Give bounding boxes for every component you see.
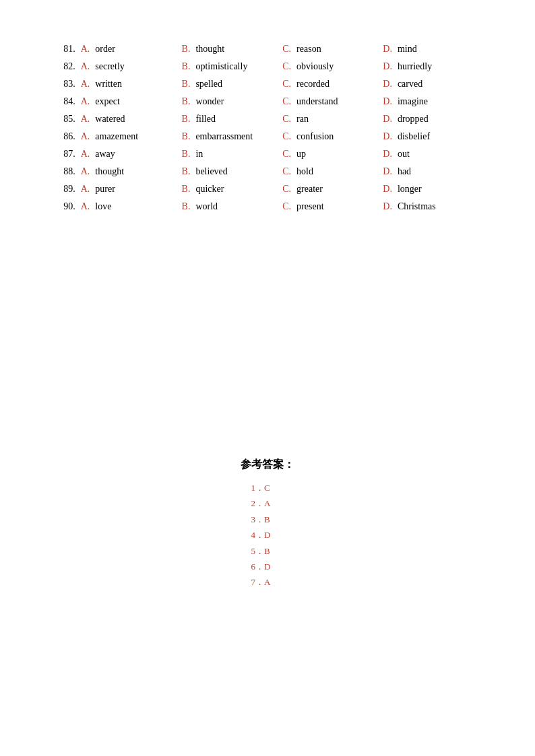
option-letter-87-3: D. xyxy=(380,145,395,163)
option-word-90-0: love xyxy=(92,198,179,215)
option-letter-83-2: C. xyxy=(280,75,294,93)
option-word-82-0: secretly xyxy=(92,58,179,75)
option-word-88-2: hold xyxy=(294,163,380,180)
option-word-85-0: watered xyxy=(92,110,179,128)
option-word-82-3: hurriedly xyxy=(395,58,481,75)
option-word-87-0: away xyxy=(92,145,179,163)
option-word-83-3: carved xyxy=(395,75,481,93)
answer-item: 7．A xyxy=(251,574,271,590)
answer-item: 3．B xyxy=(251,512,271,527)
option-word-89-3: longer xyxy=(395,180,481,198)
option-letter-85-2: C. xyxy=(280,110,294,128)
option-letter-87-1: B. xyxy=(179,145,193,163)
option-word-84-3: imagine xyxy=(395,93,481,110)
question-number-83: 83. xyxy=(54,75,78,93)
option-word-84-0: expect xyxy=(92,93,179,110)
option-word-86-1: embarrassment xyxy=(193,128,280,145)
option-word-84-2: understand xyxy=(294,93,380,110)
option-word-87-3: out xyxy=(395,145,481,163)
option-word-82-2: obviously xyxy=(294,58,380,75)
option-letter-86-3: D. xyxy=(380,128,395,145)
option-letter-87-0: A. xyxy=(78,145,93,163)
option-letter-84-1: B. xyxy=(179,93,193,110)
option-letter-88-2: C. xyxy=(280,163,294,180)
option-letter-83-0: A. xyxy=(78,75,93,93)
questions-table: 81.A.orderB.thoughtC.reasonD.mind82.A.se… xyxy=(54,40,481,215)
option-word-86-0: amazement xyxy=(92,128,179,145)
option-letter-90-0: A. xyxy=(78,198,93,215)
option-letter-86-2: C. xyxy=(280,128,294,145)
question-number-89: 89. xyxy=(54,180,78,198)
option-word-83-0: written xyxy=(92,75,179,93)
option-letter-84-2: C. xyxy=(280,93,294,110)
option-word-90-1: world xyxy=(193,198,280,215)
option-word-81-0: order xyxy=(92,40,179,58)
answers-list: 1．C2．A3．B4．D5．B6．D7．A xyxy=(251,480,271,590)
question-number-88: 88. xyxy=(54,163,78,180)
option-letter-89-2: C. xyxy=(280,180,294,198)
question-number-87: 87. xyxy=(54,145,78,163)
option-letter-89-0: A. xyxy=(78,180,93,198)
answer-title: 参考答案： xyxy=(54,458,481,472)
option-letter-88-0: A. xyxy=(78,163,93,180)
option-word-85-2: ran xyxy=(294,110,380,128)
option-word-81-3: mind xyxy=(395,40,481,58)
option-letter-89-1: B. xyxy=(179,180,193,198)
option-letter-83-1: B. xyxy=(179,75,193,93)
option-letter-85-1: B. xyxy=(179,110,193,128)
option-letter-82-0: A. xyxy=(78,58,93,75)
option-word-81-2: reason xyxy=(294,40,380,58)
option-letter-85-0: A. xyxy=(78,110,93,128)
option-word-87-1: in xyxy=(193,145,280,163)
answer-item: 2．A xyxy=(251,495,271,511)
answer-item: 1．C xyxy=(251,480,271,495)
option-word-90-2: present xyxy=(294,198,380,215)
option-word-85-3: dropped xyxy=(395,110,481,128)
option-word-81-1: thought xyxy=(193,40,280,58)
option-letter-81-3: D. xyxy=(380,40,395,58)
option-word-90-3: Christmas xyxy=(395,198,481,215)
option-letter-90-2: C. xyxy=(280,198,294,215)
option-word-87-2: up xyxy=(294,145,380,163)
option-word-84-1: wonder xyxy=(193,93,280,110)
question-number-82: 82. xyxy=(54,58,78,75)
option-word-86-3: disbelief xyxy=(395,128,481,145)
option-word-86-2: confusion xyxy=(294,128,380,145)
option-letter-82-3: D. xyxy=(380,58,395,75)
option-letter-84-0: A. xyxy=(78,93,93,110)
option-letter-82-1: B. xyxy=(179,58,193,75)
option-letter-86-0: A. xyxy=(78,128,93,145)
option-letter-90-1: B. xyxy=(179,198,193,215)
option-letter-81-2: C. xyxy=(280,40,294,58)
option-word-83-2: recorded xyxy=(294,75,380,93)
answer-section: 参考答案： 1．C2．A3．B4．D5．B6．D7．A xyxy=(54,458,481,590)
option-letter-90-3: D. xyxy=(380,198,395,215)
option-letter-87-2: C. xyxy=(280,145,294,163)
option-word-89-2: greater xyxy=(294,180,380,198)
question-number-90: 90. xyxy=(54,198,78,215)
answer-item: 6．D xyxy=(251,559,271,574)
option-word-82-1: optimistically xyxy=(193,58,280,75)
option-word-88-3: had xyxy=(395,163,481,180)
answer-item: 4．D xyxy=(251,527,271,543)
option-letter-84-3: D. xyxy=(380,93,395,110)
option-word-88-1: believed xyxy=(193,163,280,180)
option-letter-85-3: D. xyxy=(380,110,395,128)
option-letter-83-3: D. xyxy=(380,75,395,93)
option-word-88-0: thought xyxy=(92,163,179,180)
option-letter-82-2: C. xyxy=(280,58,294,75)
question-number-81: 81. xyxy=(54,40,78,58)
question-number-84: 84. xyxy=(54,93,78,110)
option-letter-81-0: A. xyxy=(78,40,93,58)
question-number-85: 85. xyxy=(54,110,78,128)
option-word-83-1: spelled xyxy=(193,75,280,93)
option-word-85-1: filled xyxy=(193,110,280,128)
answer-item: 5．B xyxy=(251,543,271,559)
question-number-86: 86. xyxy=(54,128,78,145)
option-letter-89-3: D. xyxy=(380,180,395,198)
option-letter-88-1: B. xyxy=(179,163,193,180)
option-word-89-0: purer xyxy=(92,180,179,198)
option-letter-81-1: B. xyxy=(179,40,193,58)
option-word-89-1: quicker xyxy=(193,180,280,198)
option-letter-86-1: B. xyxy=(179,128,193,145)
